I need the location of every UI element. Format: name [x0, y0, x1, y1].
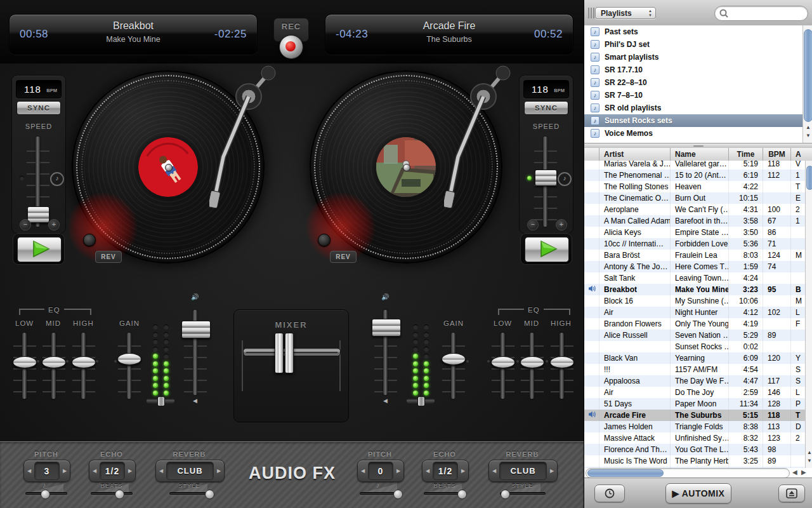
playlist-scroll-down-icon[interactable]: ▼ [803, 133, 812, 138]
search-field[interactable] [714, 6, 808, 21]
table-row[interactable]: The Rolling StonesHeaven4:22T [584, 181, 812, 192]
playlist-item[interactable]: ♪SR 7–8–10 [584, 89, 812, 102]
left-low-knob[interactable] [13, 356, 37, 368]
right-reverse-button[interactable]: REV [330, 251, 357, 263]
table-row[interactable]: !!!1157 AM/FM4:54S [584, 364, 812, 375]
left-speed-plus-button[interactable]: + [48, 219, 60, 231]
left-speed-knob[interactable] [27, 206, 49, 223]
table-row[interactable]: The Phenomenal …15 to 20 (Ant…6:191121 [584, 170, 812, 181]
table-row[interactable]: BreakbotMake You Mine3:2395B [584, 284, 812, 295]
table-scroll-down-icon[interactable]: ▼ [806, 458, 812, 464]
table-row[interactable]: Antony & The Jo…Here Comes T…1:5974 [584, 261, 812, 272]
playlist-item[interactable]: ♪Voice Memos [584, 127, 812, 140]
playlist-item[interactable]: ♪SR old playlists [584, 102, 812, 114]
left-gain-slider[interactable] [127, 333, 131, 399]
left-reverb-stepper[interactable]: ◀ CLUB ▶ [155, 460, 225, 482]
left-echo-slider[interactable] [91, 492, 133, 495]
left-platter-knob[interactable] [83, 234, 96, 246]
table-scroll-thumb[interactable] [806, 166, 812, 190]
right-pitch-decrement[interactable]: ◀ [358, 460, 368, 481]
right-pitch-slider-knob[interactable] [393, 490, 403, 499]
table-row[interactable]: James HoldenTriangle Folds8:38113D [584, 421, 812, 432]
table-hscroll-thumb[interactable] [587, 469, 664, 477]
right-play-button[interactable] [520, 233, 572, 265]
header-bpm[interactable]: BPM [763, 148, 791, 161]
table-row[interactable]: Arcade FireThe Suburbs5:15118T [584, 410, 812, 421]
left-cue-mix-slider[interactable] [147, 399, 174, 403]
right-cue-mix-knob[interactable] [417, 396, 425, 406]
table-row[interactable]: Bara BröstFraulein Lea8:03124M [584, 250, 812, 261]
table-row[interactable]: 10cc // Internati…Forbidden Love5:3671 [584, 238, 812, 250]
right-speed-knob[interactable] [535, 170, 557, 186]
hscroll-right-icon[interactable]: ▶ [801, 469, 806, 476]
table-row[interactable]: AirDo The Joy2:59146L [584, 387, 812, 398]
right-echo-increment[interactable]: ▶ [458, 460, 468, 481]
table-row[interactable]: Sunset Rocks …0:02 [584, 341, 812, 352]
left-volume-knob[interactable] [181, 321, 211, 338]
left-gain-knob[interactable] [117, 353, 141, 365]
table-row[interactable]: Salt TankLeaving Town…4:24 [584, 272, 812, 284]
right-reverb-slider-knob[interactable] [501, 490, 510, 499]
right-cue-mix-slider[interactable] [407, 399, 435, 403]
table-row[interactable]: AppaloosaThe Day We F…4:47117S [584, 375, 812, 387]
left-reverb-prev[interactable]: ◀ [156, 460, 166, 481]
left-pitch-increment[interactable]: ▶ [60, 460, 70, 481]
right-low-knob[interactable] [491, 356, 515, 368]
right-platter-knob[interactable] [318, 234, 331, 246]
right-speed-minus-button[interactable]: − [527, 219, 539, 231]
table-row[interactable]: Block 16My Sunshine (…10:06M [584, 295, 812, 307]
left-cue-mix-knob[interactable] [157, 396, 165, 406]
right-tonearm[interactable] [444, 62, 514, 211]
playlist-item[interactable]: ♪Past sets [584, 25, 812, 38]
header-name[interactable]: Name [671, 148, 729, 161]
table-scrollbar[interactable]: ▲ ▼ [805, 161, 812, 468]
right-echo-decrement[interactable]: ◀ [422, 460, 433, 481]
table-row[interactable]: AeroplaneWe Can't Fly (…4:311002 [584, 204, 812, 215]
left-keylock-button[interactable]: ♪ [50, 172, 64, 186]
playlist-scroll-up-icon[interactable]: ▲ [803, 124, 812, 130]
automix-button[interactable]: ▶ AUTOMIX [665, 483, 731, 504]
playlist-item[interactable]: ♪Smart playlists [584, 51, 812, 64]
right-speed-plus-button[interactable]: + [556, 219, 567, 231]
table-row[interactable]: A Man Called AdamBarefoot in th…3:58671 [584, 215, 812, 227]
right-reverb-stepper[interactable]: ◀ CLUB ▶ [488, 460, 558, 482]
right-reverb-prev[interactable]: ◀ [489, 460, 499, 481]
playlist-scroll-thumb[interactable] [804, 29, 812, 122]
right-keylock-button[interactable]: ♪ [558, 172, 572, 186]
table-row[interactable]: Massive AttackUnfinished Sy…8:321232 [584, 432, 812, 444]
playlist-item[interactable]: ♪Phil's DJ set [584, 38, 812, 51]
table-row[interactable]: 51 DaysPaper Moon11:34128P [584, 398, 812, 410]
left-echo-increment[interactable]: ▶ [125, 460, 135, 481]
right-volume-knob[interactable] [372, 319, 401, 337]
right-echo-slider-knob[interactable] [457, 490, 467, 499]
search-input[interactable] [730, 8, 804, 18]
header-time[interactable]: Time [729, 148, 763, 161]
left-echo-stepper[interactable]: ◀ 1/2 ▶ [89, 460, 136, 482]
table-row[interactable]: Florence And Th…You Got The L…5:4398 [584, 444, 812, 455]
table-scroll-up-icon[interactable]: ▲ [806, 450, 812, 455]
left-speed-minus-button[interactable]: − [20, 219, 31, 231]
table-row[interactable]: AirNight Hunter4:12102L [584, 307, 812, 318]
left-play-button[interactable] [13, 233, 65, 265]
table-hscrollbar[interactable] [586, 468, 790, 478]
table-row[interactable]: Black VanYearning6:09120Y [584, 352, 812, 364]
right-reverb-next[interactable]: ▶ [547, 460, 557, 481]
left-echo-slider-knob[interactable] [115, 490, 124, 499]
right-gain-knob[interactable] [442, 353, 466, 365]
left-mid-knob[interactable] [42, 356, 66, 368]
right-pitch-increment[interactable]: ▶ [393, 460, 403, 481]
crossfader-knob[interactable] [273, 333, 294, 372]
history-button[interactable] [594, 485, 625, 502]
table-row[interactable]: The Cinematic O…Burn Out10:15E [584, 192, 812, 204]
table-row[interactable]: Music Is The WordThe Planty Herbs3:2589 [584, 455, 812, 467]
header-artist[interactable]: Artist [599, 148, 671, 161]
right-echo-stepper[interactable]: ◀ 1/2 ▶ [422, 460, 469, 482]
left-reverb-slider-knob[interactable] [205, 490, 214, 499]
table-row[interactable]: Brandon FlowersOnly The Young4:19F [584, 318, 812, 330]
table-row[interactable]: Alicia KeysEmpire State …3:5086 [584, 227, 812, 238]
left-reverb-next[interactable]: ▶ [214, 460, 224, 481]
left-sync-button[interactable]: SYNC [16, 101, 61, 115]
right-pitch-stepper[interactable]: ◀ 0 ▶ [357, 460, 404, 482]
hscroll-left-icon[interactable]: ◀ [792, 469, 797, 476]
left-tonearm[interactable] [209, 62, 279, 211]
